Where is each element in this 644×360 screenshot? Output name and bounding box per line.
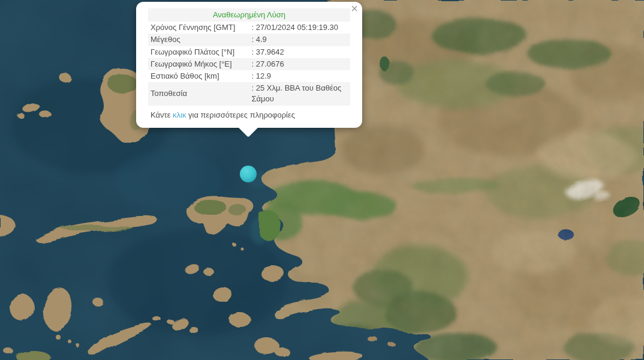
more-info-link[interactable]: κλικ (173, 110, 186, 119)
row-label: Εστιακό Βάθος [km] (148, 70, 249, 82)
popup-title: Αναθεωρημένη Λύση (148, 8, 350, 22)
table-row-latitude: Γεωγραφικό Πλάτος [°N] : 37.9642 (148, 46, 350, 58)
row-value: : 27/01/2024 05:19:19.30 (249, 22, 351, 34)
map-viewport: × Αναθεωρημένη Λύση Χρόνος Γέννησης [GMT… (0, 0, 644, 360)
table-row-depth: Εστιακό Βάθος [km] : 12.9 (148, 70, 350, 82)
row-label: Μέγεθος (148, 34, 249, 46)
row-label: Χρόνος Γέννησης [GMT] (148, 22, 249, 34)
row-value: : 37.9642 (249, 46, 351, 58)
row-label: Τοποθεσία (148, 82, 249, 105)
table-row-origin-time: Χρόνος Γέννησης [GMT] : 27/01/2024 05:19… (148, 22, 350, 34)
row-label: Γεωγραφικό Μήκος [°E] (148, 58, 249, 70)
earthquake-info-popup: × Αναθεωρημένη Λύση Χρόνος Γέννησης [GMT… (136, 2, 362, 128)
popup-title-row: Αναθεωρημένη Λύση (148, 8, 350, 22)
table-row-longitude: Γεωγραφικό Μήκος [°E] : 27.0676 (148, 58, 350, 70)
close-icon[interactable]: × (351, 2, 358, 14)
footer-text-suffix: για περισσότερες πληροφορίες (186, 110, 295, 119)
table-row-location: Τοποθεσία : 25 Χλμ. ΒΒΑ του Βαθέος Σάμου (148, 82, 350, 105)
earthquake-info-table: Αναθεωρημένη Λύση Χρόνος Γέννησης [GMT] … (148, 8, 350, 106)
row-label: Γεωγραφικό Πλάτος [°N] (148, 46, 249, 58)
row-value: : 27.0676 (249, 58, 351, 70)
table-row-magnitude: Μέγεθος : 4.9 (148, 34, 350, 46)
row-value: : 4.9 (249, 34, 351, 46)
footer-text-prefix: Κάντε (151, 110, 173, 119)
earthquake-marker[interactable] (240, 166, 257, 182)
row-value: : 25 Χλμ. ΒΒΑ του Βαθέος Σάμου (249, 82, 351, 105)
row-value: : 12.9 (249, 70, 351, 82)
